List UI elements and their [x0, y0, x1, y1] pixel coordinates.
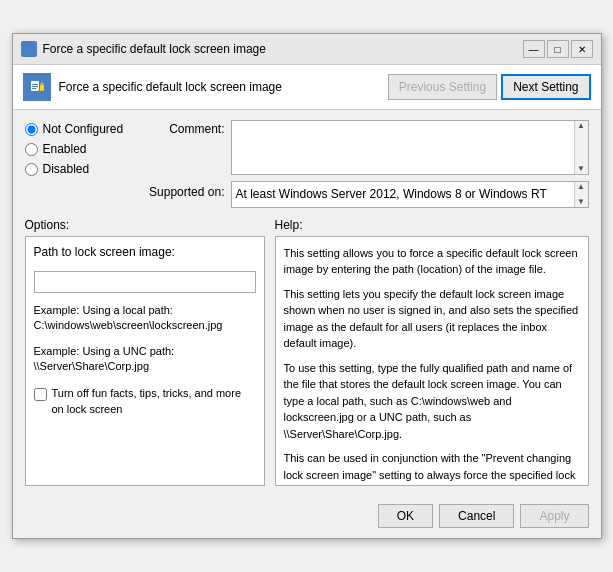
svg-rect-2	[32, 86, 38, 87]
next-setting-button[interactable]: Next Setting	[501, 74, 590, 100]
scroll-down-arrow[interactable]: ▼	[577, 165, 585, 173]
comment-wrapper: ▲ ▼	[231, 120, 589, 175]
supported-label: Supported on:	[145, 181, 225, 199]
title-bar-icon	[21, 41, 37, 57]
cancel-button[interactable]: Cancel	[439, 504, 514, 528]
right-settings: Comment: ▲ ▼ Supported on: At least Wind…	[145, 120, 589, 208]
radio-not-configured[interactable]: Not Configured	[25, 122, 135, 136]
help-panel: This setting allows you to force a speci…	[275, 236, 589, 486]
help-para-2: This setting lets you specify the defaul…	[284, 286, 580, 352]
supported-text: At least Windows Server 2012, Windows 8 …	[232, 182, 574, 207]
header-section: Force a specific default lock screen ima…	[13, 65, 601, 110]
title-bar-left: Force a specific default lock screen ima…	[21, 41, 266, 57]
header-buttons: Previous Setting Next Setting	[388, 74, 591, 100]
path-input[interactable]	[34, 271, 256, 293]
help-column: Help: This setting allows you to force a…	[275, 218, 589, 486]
minimize-button[interactable]: —	[523, 40, 545, 58]
options-column: Options: Path to lock screen image: Exam…	[25, 218, 265, 486]
example2-label: Example: Using a UNC path: \\Server\Shar…	[34, 344, 256, 375]
radio-disabled-label: Disabled	[43, 162, 90, 176]
apply-button[interactable]: Apply	[520, 504, 588, 528]
scroll-down-arrow2[interactable]: ▼	[577, 198, 585, 206]
example1-label-text: Example: Using a local path:	[34, 304, 173, 316]
supported-row: Supported on: At least Windows Server 20…	[145, 181, 589, 208]
radio-enabled-input[interactable]	[25, 143, 38, 156]
svg-rect-3	[32, 84, 38, 85]
maximize-button[interactable]: □	[547, 40, 569, 58]
dialog-window: Force a specific default lock screen ima…	[12, 33, 602, 539]
turn-off-fun-label: Turn off fun facts, tips, tricks, and mo…	[52, 386, 256, 417]
comment-row: Comment: ▲ ▼	[145, 120, 589, 175]
example2-value: \\Server\Share\Corp.jpg	[34, 360, 150, 372]
title-bar: Force a specific default lock screen ima…	[13, 34, 601, 65]
previous-setting-button[interactable]: Previous Setting	[388, 74, 497, 100]
top-section: Not Configured Enabled Disabled Comment:	[25, 120, 589, 208]
main-content: Not Configured Enabled Disabled Comment:	[13, 110, 601, 496]
help-para-3: To use this setting, type the fully qual…	[284, 360, 580, 443]
radio-enabled[interactable]: Enabled	[25, 142, 135, 156]
help-para-1: This setting allows you to force a speci…	[284, 245, 580, 278]
title-bar-text: Force a specific default lock screen ima…	[43, 42, 266, 56]
radio-enabled-label: Enabled	[43, 142, 87, 156]
radio-disabled[interactable]: Disabled	[25, 162, 135, 176]
example1-label: Example: Using a local path: C:\windows\…	[34, 303, 256, 334]
comment-label: Comment:	[145, 120, 225, 136]
title-bar-controls: — □ ✕	[523, 40, 593, 58]
ok-button[interactable]: OK	[378, 504, 433, 528]
header-left: Force a specific default lock screen ima…	[23, 73, 388, 101]
comment-textarea[interactable]	[232, 121, 574, 174]
middle-section: Options: Path to lock screen image: Exam…	[25, 218, 589, 486]
example2-label-text: Example: Using a UNC path:	[34, 345, 175, 357]
help-para-4: This can be used in conjunction with the…	[284, 450, 580, 486]
supported-scrollbar: ▲ ▼	[574, 182, 588, 207]
supported-wrapper: At least Windows Server 2012, Windows 8 …	[231, 181, 589, 208]
radio-disabled-input[interactable]	[25, 163, 38, 176]
example1-value: C:\windows\web\screen\lockscreen.jpg	[34, 319, 223, 331]
radio-not-configured-label: Not Configured	[43, 122, 124, 136]
options-panel: Path to lock screen image: Example: Usin…	[25, 236, 265, 486]
checkbox-row[interactable]: Turn off fun facts, tips, tricks, and mo…	[34, 386, 256, 417]
comment-scrollbar: ▲ ▼	[574, 121, 588, 174]
header-title: Force a specific default lock screen ima…	[59, 80, 282, 94]
scroll-up-arrow[interactable]: ▲	[577, 122, 585, 130]
options-section-header: Options:	[25, 218, 265, 232]
radio-not-configured-input[interactable]	[25, 123, 38, 136]
path-label: Path to lock screen image:	[34, 245, 256, 259]
radio-group: Not Configured Enabled Disabled	[25, 120, 135, 208]
turn-off-fun-checkbox[interactable]	[34, 388, 47, 401]
scroll-up-arrow2[interactable]: ▲	[577, 183, 585, 191]
policy-icon	[23, 73, 51, 101]
bottom-buttons: OK Cancel Apply	[13, 496, 601, 538]
close-button[interactable]: ✕	[571, 40, 593, 58]
svg-rect-4	[32, 88, 36, 89]
help-section-header: Help:	[275, 218, 589, 232]
